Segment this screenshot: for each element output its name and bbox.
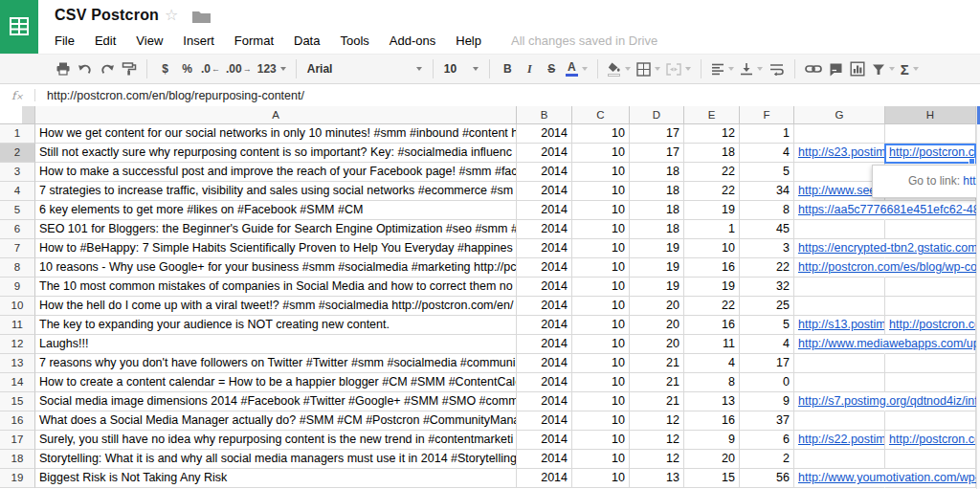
row-header-13[interactable]: 13 [0,354,35,373]
cell-G13[interactable] [794,354,885,373]
cell-E11[interactable]: 16 [684,316,740,335]
cell-D11[interactable]: 20 [630,316,684,335]
text-color-button[interactable]: A [563,57,590,80]
column-header-F[interactable]: F [740,106,794,124]
cell-B12[interactable]: 2014 [517,335,572,354]
column-header-B[interactable]: B [517,106,572,124]
redo-button[interactable] [96,57,118,80]
cell-A6[interactable]: SEO 101 for Bloggers: the Beginner's Gui… [35,220,517,239]
fill-color-button[interactable] [605,57,634,80]
format-currency-button[interactable]: $ [154,57,176,80]
cell-F19[interactable]: 56 [740,469,794,488]
row-header-18[interactable]: 18 [0,450,35,469]
cell-E4[interactable]: 22 [684,182,740,201]
cell-B14[interactable]: 2014 [517,373,572,392]
cell-E9[interactable]: 19 [684,278,740,297]
decrease-decimal-button[interactable]: .0← [198,57,223,80]
italic-button[interactable]: I [519,57,541,80]
row-header-4[interactable]: 4 [0,182,35,201]
cell-A11[interactable]: The key to expanding your audience is NO… [35,316,517,335]
cell-G15[interactable]: http://s7.postimg.org/qdtnod4iz/inf [794,392,885,411]
row-header-19[interactable]: 19 [0,469,35,488]
cell-B4[interactable]: 2014 [517,182,572,201]
cell-G5[interactable]: https://aa5c7776681e451efc62-48b [794,201,885,220]
row-header-17[interactable]: 17 [0,431,35,450]
cell-G10[interactable] [794,297,885,316]
star-icon[interactable]: ☆ [165,7,178,24]
row-header-2[interactable]: 2 [0,144,35,163]
cell-A7[interactable]: How to #BeHappy: 7 Simple Habits Scienti… [35,239,517,258]
cell-F17[interactable]: 6 [740,431,794,450]
cell-E6[interactable]: 1 [684,220,740,239]
cell-A4[interactable]: 7 strategies to increase traffic, visibi… [35,182,517,201]
cell-D1[interactable]: 17 [630,124,684,144]
cell-D12[interactable]: 20 [630,335,684,354]
cell-E18[interactable]: 20 [684,450,740,469]
cell-A2[interactable]: Still not exactly sure why repurposing c… [35,144,517,163]
cell-B16[interactable]: 2014 [517,411,572,431]
cell-A16[interactable]: What does a Social Media Manager actuall… [35,411,517,431]
cell-E5[interactable]: 19 [684,201,740,220]
vertical-align-button[interactable] [737,57,766,80]
row-header-12[interactable]: 12 [0,335,35,354]
cell-G14[interactable] [794,373,885,392]
row-header-7[interactable]: 7 [0,239,35,258]
cell-G11[interactable]: http://s13.postim [794,316,885,335]
cell-A9[interactable]: The 10 most common mistakes of companies… [35,278,517,297]
row-header-9[interactable]: 9 [0,278,35,297]
cell-B15[interactable]: 2014 [517,392,572,411]
cell-H16[interactable] [885,411,976,431]
cell-D18[interactable]: 12 [630,450,684,469]
cell-F15[interactable]: 9 [740,392,794,411]
cell-C4[interactable]: 10 [572,182,630,201]
formula-input[interactable]: http://postcron.com/en/blog/repurposing-… [47,89,304,102]
cell-F9[interactable]: 32 [740,278,794,297]
menu-file[interactable]: File [55,33,75,48]
cell-F18[interactable]: 2 [740,450,794,469]
row-header-15[interactable]: 15 [0,392,35,411]
cell-B9[interactable]: 2014 [517,278,572,297]
undo-button[interactable] [74,57,96,80]
cell-A10[interactable]: How the hell do I come up with a viral t… [35,297,517,316]
cell-G17[interactable]: http://s22.postim [794,431,885,450]
cell-A14[interactable]: How to create a content calendar = How t… [35,373,517,392]
cell-E19[interactable]: 15 [684,469,740,488]
cell-F11[interactable]: 5 [740,316,794,335]
filter-button[interactable] [869,57,898,80]
cell-H11[interactable]: http://postcron.co [885,316,976,335]
cell-F16[interactable]: 37 [740,411,794,431]
print-button[interactable] [52,57,74,80]
cell-C15[interactable]: 10 [572,392,630,411]
menu-tools[interactable]: Tools [340,33,368,48]
column-header-H[interactable]: H [885,106,976,124]
menu-view[interactable]: View [136,33,163,48]
cell-H10[interactable] [885,297,976,316]
horizontal-align-button[interactable] [708,57,737,80]
row-header-3[interactable]: 3 [0,163,35,182]
cell-H6[interactable] [885,220,976,239]
more-formats-button[interactable]: 123 [255,57,289,80]
cell-H14[interactable] [885,373,976,392]
cell-B8[interactable]: 2014 [517,258,572,278]
cell-E10[interactable]: 22 [684,297,740,316]
cell-D9[interactable]: 19 [630,278,684,297]
cell-C17[interactable]: 10 [572,431,630,450]
cell-A18[interactable]: Storytelling: What it is and why all soc… [35,450,517,469]
cell-A1[interactable]: How we get content for our social networ… [35,124,517,144]
cell-C9[interactable]: 10 [572,278,630,297]
cell-E3[interactable]: 22 [684,163,740,182]
cell-G7[interactable]: https://encrypted-tbn2.gstatic.com [794,239,885,258]
cell-E17[interactable]: 9 [684,431,740,450]
row-header-10[interactable]: 10 [0,297,35,316]
bold-button[interactable]: B [497,57,519,80]
cell-E1[interactable]: 12 [684,124,740,144]
cell-C5[interactable]: 10 [572,201,630,220]
cell-E16[interactable]: 16 [684,411,740,431]
cell-D3[interactable]: 18 [630,163,684,182]
cell-B11[interactable]: 2014 [517,316,572,335]
cell-F6[interactable]: 45 [740,220,794,239]
cell-C10[interactable]: 10 [572,297,630,316]
cell-D5[interactable]: 18 [630,201,684,220]
row-header-14[interactable]: 14 [0,373,35,392]
menu-format[interactable]: Format [234,33,274,48]
